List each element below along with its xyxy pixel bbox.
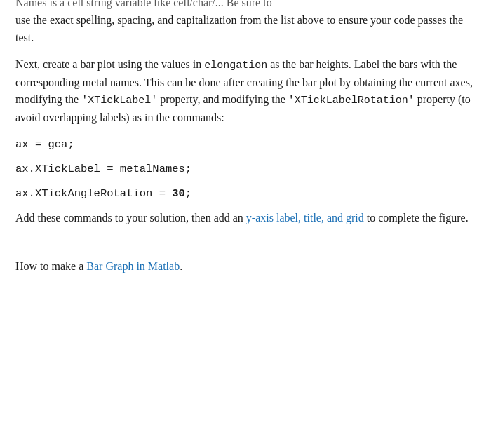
- bar-graph-matlab-link[interactable]: Bar Graph in Matlab: [86, 260, 180, 272]
- paragraph-3: Add these commands to your solution, the…: [15, 210, 476, 227]
- para2-code3: 'XTickLabelRotation': [288, 95, 415, 107]
- paragraph-1: use the exact spelling, spacing, and cap…: [15, 12, 476, 47]
- page-container: Names is a cell string variable like cel…: [0, 0, 491, 448]
- para1-text: use the exact spelling, spacing, and cap…: [15, 14, 463, 43]
- para2-text3: property, and modifying the: [157, 93, 288, 105]
- code-block-2: ax.XTickLabel = metalNames;: [15, 161, 476, 178]
- code-line-1: ax = gca;: [15, 138, 74, 151]
- code-line-3-before: ax.XTickAngleRotation =: [15, 187, 172, 200]
- para2-code2: 'XTickLabel': [81, 95, 157, 107]
- para2-code1: elongation: [204, 60, 267, 72]
- code-line-3-after: ;: [185, 187, 191, 200]
- para2-text1: Next, create a bar plot using the values…: [15, 58, 204, 70]
- para3-text1: Add these commands to your solution, the…: [15, 212, 246, 224]
- code-block-3: ax.XTickAngleRotation = 30;: [15, 185, 476, 203]
- how-to-paragraph: How to make a Bar Graph in Matlab.: [15, 258, 476, 276]
- para3-text2: to complete the figure.: [364, 212, 469, 224]
- code-line-3-number: 30: [172, 187, 185, 200]
- how-to-text1: How to make a: [15, 260, 86, 272]
- paragraph-2: Next, create a bar plot using the values…: [15, 56, 476, 126]
- spacer: [15, 237, 476, 252]
- code-block-1: ax = gca;: [15, 136, 476, 154]
- how-to-text2: .: [180, 260, 182, 272]
- truncated-top-text: Names is a cell string variable like cel…: [15, 0, 476, 12]
- y-axis-label-link[interactable]: y-axis label, title, and grid: [246, 212, 364, 224]
- code-line-2: ax.XTickLabel = metalNames;: [15, 163, 191, 175]
